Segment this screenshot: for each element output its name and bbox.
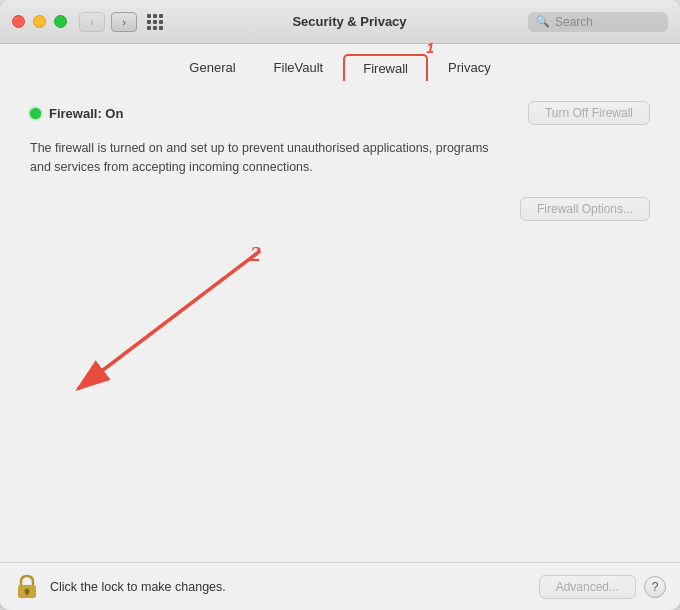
firewall-description: The firewall is turned on and set up to …	[30, 139, 490, 177]
lock-label: Click the lock to make changes.	[50, 580, 529, 594]
firewall-options-row: Firewall Options...	[30, 197, 650, 221]
minimize-button[interactable]	[33, 15, 46, 28]
bottom-right: Advanced... ?	[539, 575, 666, 599]
tabbar: General FileVault Firewall 1 Privacy	[0, 44, 680, 81]
firewall-status-label: Firewall: On	[49, 106, 123, 121]
grid-dot	[147, 14, 151, 18]
close-button[interactable]	[12, 15, 25, 28]
tab-general[interactable]: General	[171, 55, 253, 80]
grid-dot	[147, 26, 151, 30]
annotation-1: 1	[426, 40, 434, 56]
firewall-options-button[interactable]: Firewall Options...	[520, 197, 650, 221]
tab-filevault[interactable]: FileVault	[256, 55, 342, 80]
traffic-lights	[12, 15, 67, 28]
annotation-arrow	[50, 221, 310, 421]
lock-icon[interactable]	[14, 574, 40, 600]
search-box[interactable]: 🔍 Search	[528, 12, 668, 32]
tab-privacy[interactable]: Privacy	[430, 55, 509, 80]
maximize-button[interactable]	[54, 15, 67, 28]
grid-dot	[159, 26, 163, 30]
advanced-button[interactable]: Advanced...	[539, 575, 636, 599]
window-title: Security & Privacy	[171, 14, 528, 29]
grid-dot	[153, 14, 157, 18]
svg-line-1	[78, 251, 260, 389]
nav-buttons: ‹ ›	[79, 12, 137, 32]
svg-rect-4	[26, 591, 29, 595]
grid-dot	[159, 20, 163, 24]
search-icon: 🔍	[536, 15, 550, 28]
main-content: Firewall: On Turn Off Firewall The firew…	[0, 81, 680, 562]
grid-dot	[159, 14, 163, 18]
grid-icon	[147, 14, 163, 30]
grid-dot	[153, 26, 157, 30]
grid-dot	[153, 20, 157, 24]
back-button[interactable]: ‹	[79, 12, 105, 32]
status-left: Firewall: On	[30, 106, 123, 121]
status-indicator	[30, 108, 41, 119]
help-button[interactable]: ?	[644, 576, 666, 598]
turn-off-firewall-button[interactable]: Turn Off Firewall	[528, 101, 650, 125]
annotation-area: 2	[30, 221, 650, 543]
firewall-status-row: Firewall: On Turn Off Firewall	[30, 101, 650, 125]
grid-dot	[147, 20, 151, 24]
window: ‹ › Security & Privacy 🔍 Search G	[0, 0, 680, 610]
lock-svg	[16, 574, 38, 600]
bottombar: Click the lock to make changes. Advanced…	[0, 562, 680, 610]
tab-firewall[interactable]: Firewall 1	[343, 54, 428, 81]
forward-button[interactable]: ›	[111, 12, 137, 32]
titlebar: ‹ › Security & Privacy 🔍 Search	[0, 0, 680, 44]
search-placeholder: Search	[555, 15, 593, 29]
